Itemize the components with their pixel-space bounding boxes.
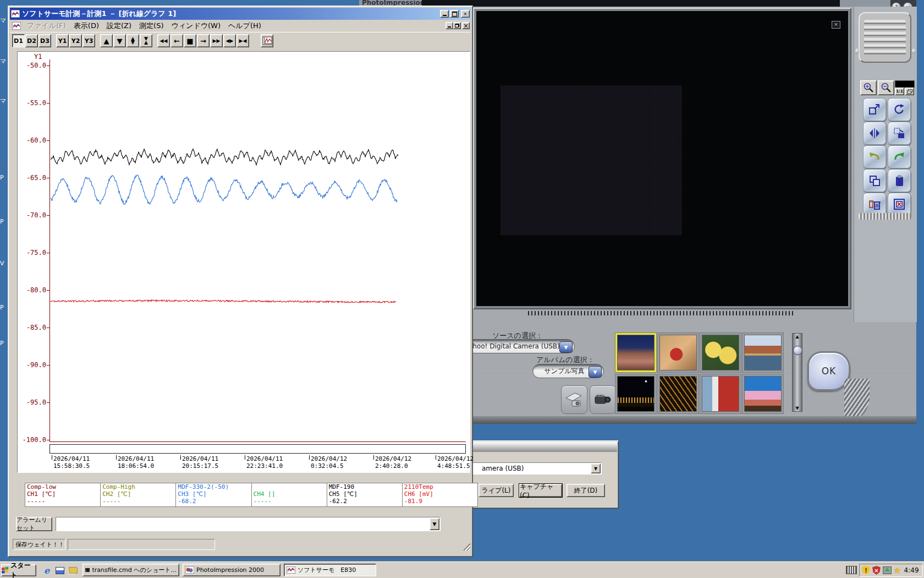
mdi-restore-button[interactable] [453,22,461,29]
exit-button[interactable]: 終了(D) [566,484,605,497]
camera-preview-image [501,85,682,235]
range-d2-button[interactable]: D2 [25,34,38,47]
step-right-button[interactable]: → [197,34,210,47]
scroll-down-icon[interactable]: ▼ [794,406,801,411]
preview-close-icon[interactable]: × [832,21,840,29]
scroll-down-button[interactable]: ▼ [113,34,126,47]
expand-horizontal-button[interactable]: ◀▶ [223,34,236,47]
scrollbar-thumb[interactable] [793,346,802,355]
jump-end-button[interactable]: ▶▶ [210,34,223,47]
compress-vertical-button[interactable]: ▼▲ [140,34,152,47]
chevron-down-icon[interactable]: ▼ [430,518,439,530]
desktop-icon-label-fragment[interactable]: P [0,340,7,347]
app-chart-icon [11,10,20,18]
fit-window-button[interactable] [905,88,914,95]
camera-preview-viewport: × [473,8,851,309]
paste-button[interactable] [888,169,911,192]
desktop-icon-label-fragment[interactable]: マ [0,17,7,25]
jump-start-button[interactable]: ◀◀ [157,34,170,47]
desktop-icon-label-fragment[interactable]: マ [0,97,7,105]
chevron-down-icon[interactable]: ▼ [559,341,573,353]
actual-size-button[interactable]: 1:1 [895,88,904,95]
album-select-dropdown[interactable]: サンプル写真 ▼ [532,364,604,378]
graph-setup-button[interactable] [261,34,273,47]
menu-item-4[interactable]: 測定(S) [135,20,167,32]
flip-horizontal-icon [868,127,881,140]
menu-item-3[interactable]: 設定(Z) [103,20,135,32]
show-desktop-icon[interactable] [68,565,78,575]
task-button-3[interactable]: ソフトサーモ E830 [284,564,376,576]
range-d3-button[interactable]: D3 [38,34,51,47]
close-button[interactable]: × [461,10,470,18]
thumbnail-scrollbar[interactable]: ▲ ▼ [792,333,802,412]
menu-item-5[interactable]: ウィンドウ(W) [167,20,224,32]
scroll-up-button[interactable]: ▲ [100,34,113,47]
alarm-combo-box[interactable]: ▼ [56,517,441,531]
expand-vertical-button[interactable]: ▲▼ [127,34,139,47]
maximize-button[interactable] [450,10,459,18]
security-alert-icon[interactable]: × [872,566,881,575]
thumbnail-yellow-flowers[interactable] [702,335,739,370]
zoom-out-button[interactable] [878,80,894,95]
axis-y2-button[interactable]: Y2 [69,34,82,47]
source-select-dropdown[interactable]: Yahoo! Digital Camera (USB) ▼ [458,339,575,353]
task-button-2[interactable]: PhotoImpression 2000 [183,564,280,576]
close-image-button[interactable] [888,193,911,216]
resize-grip[interactable] [463,543,470,550]
chart-task-icon [287,566,295,574]
scroll-up-icon[interactable]: ▲ [794,334,801,339]
zoom-in-button[interactable] [860,80,877,95]
live-button[interactable]: ライブ(L) [479,484,514,497]
desktop-icon-label-fragment[interactable]: P [0,218,7,225]
capture-button[interactable]: キャプチャ(C) [519,484,562,497]
legend-cell-ch4: CH4 []----- [252,483,327,506]
usb-device-icon[interactable] [883,566,892,574]
video-camera-source-button[interactable] [590,385,616,414]
axis-y3-button[interactable]: Y3 [82,34,95,47]
stop-button[interactable]: ■ [184,34,196,47]
task-button-1[interactable]: C:\transfile.cmd へのショート... [82,564,179,576]
thumbnail-sky-pink-clouds[interactable] [744,376,782,412]
redo-button[interactable] [888,145,911,168]
desktop-icon-label-fragment[interactable]: マ [0,57,7,66]
thumbnail-gold-light-streaks[interactable] [659,376,697,412]
menu-item-1[interactable]: ファイル(F) [23,20,70,32]
thumbnail-red-cardinal[interactable] [659,335,697,370]
star-icon[interactable]: ★ [894,566,901,575]
delete-button[interactable] [863,193,886,216]
menu-item-2[interactable]: 表示(D) [70,20,103,32]
desktop-icon-label-fragment[interactable]: P [0,174,7,181]
resize-button[interactable] [863,98,886,121]
security-warning-icon[interactable]: ! [862,566,870,575]
thumbnail-rock-spires[interactable] [617,335,654,370]
step-left-button[interactable]: ← [170,34,183,47]
alarm-reset-button[interactable]: アラームリセット [16,517,52,531]
undo-button[interactable] [863,145,886,168]
mdi-close-button[interactable]: × [462,22,470,29]
menu-item-6[interactable]: ヘルプ(H) [224,20,265,32]
copy-button[interactable] [863,169,886,192]
camera-combo-box[interactable]: amera (USB) ▼ [460,462,602,475]
axis-y1-button[interactable]: Y1 [56,34,69,47]
keyboard-layout-icon[interactable] [846,566,857,574]
desktop-icon-label-fragment[interactable]: P [0,304,7,311]
scanner-source-button[interactable] [561,385,587,414]
flip-horizontal-button[interactable] [863,122,886,145]
thumbnail-lighthouse-red-wall[interactable] [702,376,739,412]
minimize-button[interactable] [440,10,449,18]
thumbnail-night-skyline[interactable] [617,376,654,412]
rotate-button[interactable] [888,98,911,121]
internet-explorer-icon[interactable]: e [42,565,52,575]
mdi-minimize-button[interactable] [446,22,453,29]
chevron-down-icon[interactable]: ▼ [591,464,601,473]
chevron-down-icon[interactable]: ▼ [588,366,602,378]
compress-horizontal-button[interactable]: ▶◀ [237,34,249,47]
desktop-icon-label-fragment[interactable]: V [0,260,7,267]
title-bar[interactable]: ソフトサーモ計測－計測1 － [折れ線グラフ 1] × [10,8,471,20]
outlook-express-icon[interactable] [55,565,65,575]
tool-panel: 1:1 [854,7,917,322]
crop-rotate-button[interactable] [888,122,911,145]
range-d1-button[interactable]: D1 [12,34,25,47]
thumbnail-harbor-village[interactable] [744,335,782,370]
start-button[interactable]: スタート [1,564,36,576]
